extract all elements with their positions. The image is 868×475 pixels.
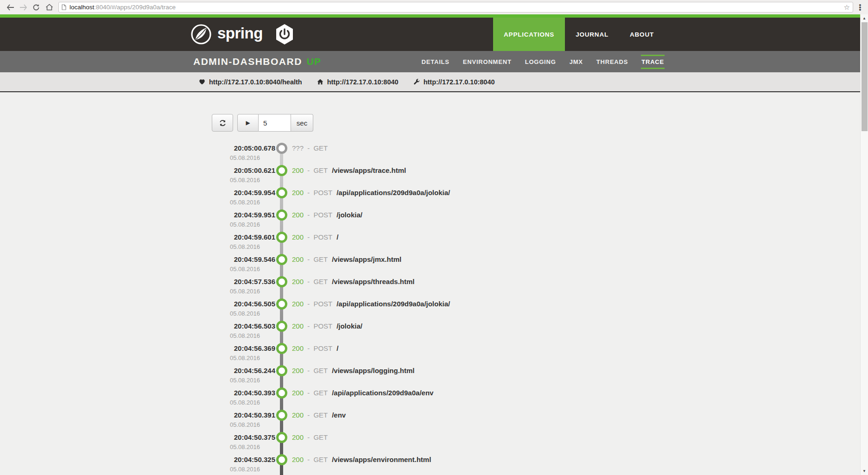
trace-time: 20:04:50.391 bbox=[159, 411, 275, 420]
trace-time: 20:04:59.601 bbox=[159, 233, 275, 242]
refresh-controls: ▶ sec bbox=[212, 114, 701, 132]
trace-entry: 20:04:50.375 05.08.2016 200 - GET bbox=[159, 433, 701, 455]
scrollbar-thumb[interactable] bbox=[862, 22, 868, 131]
trace-time: 20:04:50.375 bbox=[159, 433, 275, 442]
trace-path: /jolokia/ bbox=[336, 211, 362, 219]
trace-entry: 20:04:50.325 05.08.2016 200 - GET /views… bbox=[159, 455, 701, 475]
topnav-item-journal[interactable]: JOURNAL bbox=[565, 18, 619, 51]
tab-environment[interactable]: ENVIRONMENT bbox=[463, 55, 512, 69]
timeline-node-icon bbox=[276, 410, 287, 421]
endpoint-url: http://172.17.0.10:8040 bbox=[327, 78, 399, 86]
trace-path: /jolokia/ bbox=[336, 322, 362, 330]
timeline-node-icon bbox=[276, 165, 287, 176]
trace-status: 200 bbox=[292, 300, 304, 308]
trace-entry: 20:04:59.546 05.08.2016 200 - GET /views… bbox=[159, 255, 701, 277]
trace-date: 05.08.2016 bbox=[159, 177, 275, 184]
play-button[interactable]: ▶ bbox=[237, 114, 259, 132]
page-scrollbar[interactable]: ▲ ▼ bbox=[860, 14, 868, 475]
trace-method: POST bbox=[313, 344, 332, 352]
spring-logo[interactable]: spring bbox=[190, 24, 294, 45]
trace-time: 20:04:56.503 bbox=[159, 322, 275, 331]
timeline-node-icon bbox=[276, 232, 287, 243]
trace-separator: - bbox=[307, 144, 310, 152]
trace-path: /views/apps/threads.html bbox=[332, 278, 414, 285]
trace-path: /api/applications/209d9a0a/env bbox=[332, 389, 433, 397]
timeline-node-icon bbox=[276, 343, 287, 354]
trace-date: 05.08.2016 bbox=[159, 399, 275, 406]
forward-icon[interactable] bbox=[17, 2, 30, 13]
trace-status: 200 bbox=[292, 389, 304, 397]
tab-trace[interactable]: TRACE bbox=[641, 55, 665, 69]
trace-entry: 20:04:57.536 05.08.2016 200 - GET /views… bbox=[159, 277, 701, 299]
home-icon[interactable] bbox=[43, 2, 56, 13]
tab-details[interactable]: DETAILS bbox=[421, 55, 450, 69]
trace-date: 05.08.2016 bbox=[159, 243, 275, 250]
trace-entry: 20:04:59.951 05.08.2016 200 - POST /jolo… bbox=[159, 210, 701, 233]
reload-icon[interactable] bbox=[30, 2, 43, 13]
endpoint-links: http://172.17.0.10:8040/healthhttp://172… bbox=[199, 78, 495, 86]
trace-separator: - bbox=[307, 456, 310, 463]
application-title: ADMIN-DASHBOARD bbox=[193, 56, 302, 67]
home-icon bbox=[317, 79, 323, 85]
trace-method: GET bbox=[313, 166, 328, 174]
timeline-node-icon bbox=[276, 321, 287, 332]
brand-top-strip bbox=[0, 14, 860, 18]
trace-date: 05.08.2016 bbox=[159, 377, 275, 384]
trace-time: 20:04:59.954 bbox=[159, 188, 275, 197]
trace-date: 05.08.2016 bbox=[159, 288, 275, 295]
trace-entry: 20:04:59.601 05.08.2016 200 - POST / bbox=[159, 233, 701, 255]
refresh-button[interactable] bbox=[212, 114, 233, 132]
bookmark-star-icon[interactable]: ☆ bbox=[844, 3, 850, 12]
trace-status: 200 bbox=[292, 189, 304, 196]
timeline-node-icon bbox=[276, 187, 287, 198]
trace-status: 200 bbox=[292, 278, 304, 285]
trace-time: 20:04:50.393 bbox=[159, 388, 275, 398]
trace-time: 20:04:57.536 bbox=[159, 277, 275, 286]
trace-date: 05.08.2016 bbox=[159, 466, 275, 473]
tab-jmx[interactable]: JMX bbox=[569, 55, 583, 69]
trace-method: POST bbox=[313, 211, 332, 219]
trace-separator: - bbox=[307, 255, 310, 263]
timeline-node-icon bbox=[276, 298, 287, 310]
application-subheader: ADMIN-DASHBOARD UP DETAILSENVIRONMENTLOG… bbox=[0, 51, 860, 72]
trace-separator: - bbox=[307, 233, 310, 241]
trace-separator: - bbox=[307, 189, 310, 196]
play-icon: ▶ bbox=[246, 120, 250, 126]
trace-date: 05.08.2016 bbox=[159, 332, 275, 339]
trace-path: /views/apps/jmx.html bbox=[332, 255, 401, 263]
browser-menu-icon[interactable]: ••• bbox=[856, 4, 864, 11]
trace-date: 05.08.2016 bbox=[159, 221, 275, 228]
page: spring APPLICATIONSJOURNALABOUT bbox=[0, 14, 860, 475]
tab-threads[interactable]: THREADS bbox=[596, 55, 628, 69]
trace-time: 20:04:59.546 bbox=[159, 255, 275, 264]
browser-toolbar: localhost:8040/#/apps/209d9a0a/trace ☆ •… bbox=[0, 0, 868, 14]
trace-status: 200 bbox=[292, 433, 304, 441]
trace-path: /views/apps/logging.html bbox=[332, 367, 414, 374]
page-icon bbox=[62, 4, 66, 10]
back-icon[interactable] bbox=[4, 2, 17, 13]
status-badge: UP bbox=[307, 56, 321, 67]
heart-icon bbox=[199, 79, 205, 85]
tab-logging[interactable]: LOGGING bbox=[525, 55, 557, 69]
endpoint-link[interactable]: http://172.17.0.10:8040/health bbox=[199, 78, 302, 86]
url-bar[interactable]: localhost:8040/#/apps/209d9a0a/trace ☆ bbox=[58, 2, 853, 13]
topnav-item-applications[interactable]: APPLICATIONS bbox=[493, 18, 565, 51]
trace-time: 20:04:50.325 bbox=[159, 455, 275, 464]
endpoint-link[interactable]: http://172.17.0.10:8040 bbox=[317, 78, 399, 86]
interval-input[interactable] bbox=[259, 114, 291, 132]
trace-path: /api/applications/209d9a0a/jolokia/ bbox=[336, 300, 450, 308]
endpoint-link[interactable]: http://172.17.0.10:8040 bbox=[413, 78, 495, 86]
spring-wordmark: spring bbox=[217, 25, 263, 42]
refresh-icon bbox=[219, 119, 227, 127]
spring-boot-icon bbox=[275, 24, 294, 45]
url-path: :8040/#/apps/209d9a0a/trace bbox=[94, 4, 176, 11]
interval-unit-addon: sec bbox=[291, 114, 313, 132]
scroll-up-icon[interactable]: ▲ bbox=[861, 14, 868, 22]
scroll-down-icon[interactable]: ▼ bbox=[861, 467, 868, 475]
timeline-node-icon bbox=[276, 143, 287, 154]
topnav-item-about[interactable]: ABOUT bbox=[619, 18, 665, 51]
trace-time: 20:04:59.951 bbox=[159, 210, 275, 220]
trace-separator: - bbox=[307, 211, 310, 219]
trace-path: /api/applications/209d9a0a/jolokia/ bbox=[336, 189, 450, 196]
trace-method: GET bbox=[313, 367, 328, 374]
